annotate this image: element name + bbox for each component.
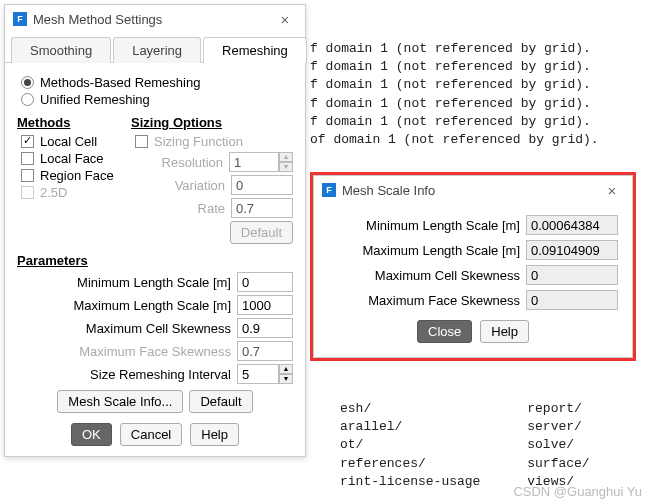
msi-max-length-value xyxy=(526,240,618,260)
min-length-label: Minimum Length Scale [m] xyxy=(17,275,231,290)
chevron-up-icon[interactable]: ▲ xyxy=(279,364,293,374)
check-label: Region Face xyxy=(40,168,114,183)
check-label: Local Cell xyxy=(40,134,97,149)
checkbox-icon xyxy=(21,186,34,199)
sizing-title: Sizing Options xyxy=(131,115,293,130)
check-label: 2.5D xyxy=(40,185,67,200)
close-icon[interactable]: × xyxy=(600,182,624,199)
chevron-up-icon: ▲ xyxy=(279,152,293,162)
checkbox-icon xyxy=(21,135,34,148)
msi-min-length-value xyxy=(526,215,618,235)
check-2-5d: 2.5D xyxy=(17,185,123,200)
titlebar: F Mesh Method Settings × xyxy=(5,5,305,33)
check-label: Sizing Function xyxy=(154,134,243,149)
radio-label: Methods-Based Remeshing xyxy=(40,75,200,90)
max-length-input[interactable] xyxy=(237,295,293,315)
window-title: Mesh Method Settings xyxy=(33,12,273,27)
cancel-button[interactable]: Cancel xyxy=(120,423,182,446)
chevron-down-icon[interactable]: ▼ xyxy=(279,374,293,384)
resolution-input xyxy=(229,152,279,172)
resolution-spinner: ▲▼ xyxy=(229,152,293,172)
msi-max-face-skew-label: Maximum Face Skewness xyxy=(328,293,520,308)
check-sizing-function[interactable]: Sizing Function xyxy=(131,134,293,149)
help-button[interactable]: Help xyxy=(480,320,529,343)
rate-input xyxy=(231,198,293,218)
help-button[interactable]: Help xyxy=(190,423,239,446)
parameters-title: Parameters xyxy=(17,253,293,268)
size-interval-input[interactable] xyxy=(237,364,279,384)
parameters-default-button[interactable]: Default xyxy=(189,390,252,413)
sizing-default-button: Default xyxy=(230,221,293,244)
close-button[interactable]: Close xyxy=(417,320,472,343)
msi-max-face-skew-value xyxy=(526,290,618,310)
check-local-face[interactable]: Local Face xyxy=(17,151,123,166)
msi-max-cell-skew-label: Maximum Cell Skewness xyxy=(328,268,520,283)
checkbox-icon xyxy=(135,135,148,148)
radio-unified[interactable]: Unified Remeshing xyxy=(17,92,293,107)
msi-max-cell-skew-value xyxy=(526,265,618,285)
radio-label: Unified Remeshing xyxy=(40,92,150,107)
max-face-skew-label: Maximum Face Skewness xyxy=(17,344,231,359)
watermark: CSDN @Guanghui Yu xyxy=(513,484,642,499)
mesh-scale-info-window: F Mesh Scale Info × Minimum Length Scale… xyxy=(310,172,636,361)
variation-input xyxy=(231,175,293,195)
rate-label: Rate xyxy=(198,201,225,216)
app-icon: F xyxy=(322,183,336,197)
checkbox-icon xyxy=(21,152,34,165)
resolution-label: Resolution xyxy=(162,155,223,170)
check-label: Local Face xyxy=(40,151,104,166)
tab-bar: Smoothing Layering Remeshing xyxy=(5,33,305,63)
min-length-input[interactable] xyxy=(237,272,293,292)
max-length-label: Maximum Length Scale [m] xyxy=(17,298,231,313)
window-title: Mesh Scale Info xyxy=(342,183,600,198)
mesh-method-settings-window: F Mesh Method Settings × Smoothing Layer… xyxy=(4,4,306,457)
max-cell-skew-input[interactable] xyxy=(237,318,293,338)
checkbox-icon xyxy=(21,169,34,182)
methods-title: Methods xyxy=(17,115,123,130)
app-icon: F xyxy=(13,12,27,26)
chevron-down-icon: ▼ xyxy=(279,162,293,172)
ok-button[interactable]: OK xyxy=(71,423,112,446)
variation-label: Variation xyxy=(175,178,225,193)
close-icon[interactable]: × xyxy=(273,11,297,28)
size-interval-spinner[interactable]: ▲▼ xyxy=(237,364,293,384)
tab-layering[interactable]: Layering xyxy=(113,37,201,63)
tab-remeshing[interactable]: Remeshing xyxy=(203,37,307,63)
msi-max-length-label: Maximum Length Scale [m] xyxy=(328,243,520,258)
size-interval-label: Size Remeshing Interval xyxy=(17,367,231,382)
max-cell-skew-label: Maximum Cell Skewness xyxy=(17,321,231,336)
check-local-cell[interactable]: Local Cell xyxy=(17,134,123,149)
msi-min-length-label: Minimum Length Scale [m] xyxy=(328,218,520,233)
radio-icon xyxy=(21,76,34,89)
radio-methods-based[interactable]: Methods-Based Remeshing xyxy=(17,75,293,90)
tab-smoothing[interactable]: Smoothing xyxy=(11,37,111,63)
mesh-scale-info-button[interactable]: Mesh Scale Info... xyxy=(57,390,183,413)
console-output: f domain 1 (not referenced by grid). f d… xyxy=(310,40,599,149)
radio-icon xyxy=(21,93,34,106)
check-region-face[interactable]: Region Face xyxy=(17,168,123,183)
max-face-skew-input xyxy=(237,341,293,361)
